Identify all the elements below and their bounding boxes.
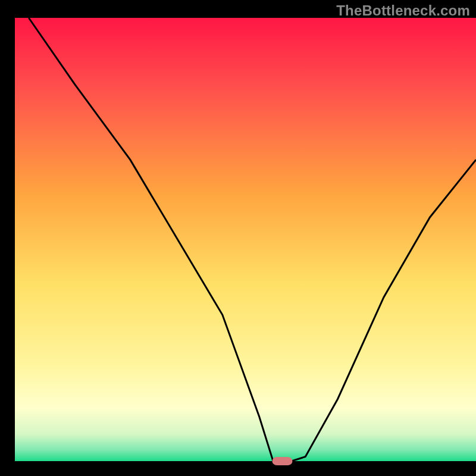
gradient-background (15, 18, 476, 461)
optimal-marker (273, 457, 293, 465)
chart-container: TheBottleneck.com (0, 0, 476, 476)
watermark-label: TheBottleneck.com (336, 2, 470, 19)
bottleneck-chart (0, 0, 476, 476)
